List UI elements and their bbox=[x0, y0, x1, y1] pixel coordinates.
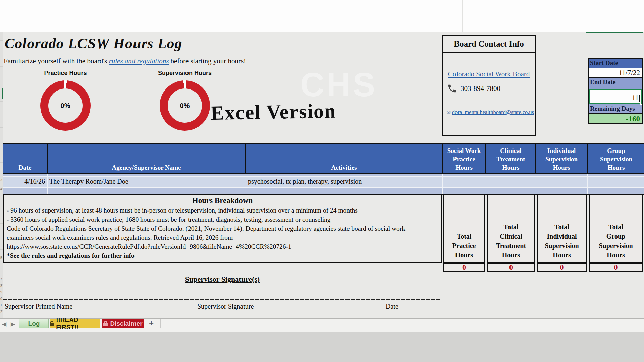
practice-hours-donut-chart: 0% bbox=[40, 80, 91, 131]
tab-log-label: Log bbox=[28, 320, 40, 327]
breakdown-line: - 3360 hours of applied social work prac… bbox=[7, 215, 438, 224]
end-date-cell[interactable]: 11 bbox=[589, 89, 642, 104]
excel-version-label: Excel Version bbox=[210, 100, 336, 125]
window-bottom-area bbox=[0, 332, 644, 362]
cell-agency[interactable]: The Therapy Room/Jane Doe bbox=[48, 177, 246, 187]
total-clinical-hours-value: 0 bbox=[487, 263, 535, 272]
selection-border-top bbox=[586, 32, 643, 33]
hours-breakdown-title: Hours Breakdown bbox=[7, 196, 438, 205]
tab-separator bbox=[160, 319, 161, 328]
fill-handle[interactable] bbox=[640, 103, 642, 105]
rules-regulations-link[interactable]: rules and regulations bbox=[109, 57, 169, 65]
lock-icon bbox=[103, 321, 108, 326]
tab-log[interactable]: Log bbox=[19, 319, 49, 328]
board-phone-number: 303-894-7800 bbox=[461, 84, 500, 93]
table-row[interactable] bbox=[3, 187, 644, 194]
total-individual-supervision-value: 0 bbox=[537, 263, 587, 272]
table-row: 4/16/26 The Therapy Room/Jane Doe psycho… bbox=[3, 177, 644, 187]
signature-label-printed-name: Supervisor Printed Name bbox=[5, 303, 72, 310]
supervisor-signatures-title: Supervisor Signature(s) bbox=[3, 275, 442, 284]
spreadsheet-window: 3 4 5 7 8 9 0 1 2 CHS Colorado LCSW Hour… bbox=[0, 0, 644, 362]
selection-indicator bbox=[2, 88, 3, 99]
tab-disclaimer-label: Disclaimer bbox=[110, 320, 142, 327]
remaining-days-cell: -160 bbox=[589, 113, 642, 123]
text-cursor bbox=[639, 95, 640, 102]
col-header-sw-practice: Social Work Practice Hours bbox=[443, 144, 486, 173]
supervision-hours-percent: 0% bbox=[168, 88, 202, 123]
add-sheet-button[interactable]: + bbox=[147, 319, 156, 328]
social-work-board-link[interactable]: Colorado Social Work Board bbox=[443, 70, 535, 78]
intro-prefix: Familiarize yourself with the board's bbox=[4, 57, 109, 65]
total-group-supervision-label: Total Group Supervision Hours bbox=[589, 194, 643, 263]
end-date-label: End Date bbox=[589, 78, 642, 89]
breakdown-line: Code of Colorado Regulations Secretary o… bbox=[7, 224, 438, 233]
tab-read-first-label: !!READ FIRST!! bbox=[56, 316, 100, 331]
row-number: 7 bbox=[0, 277, 2, 281]
intro-suffix: before starting your hours! bbox=[169, 57, 246, 65]
col-header-individual-supervision: Individual Supervision Hours bbox=[536, 144, 588, 173]
row-number: 1 bbox=[0, 303, 2, 307]
gridline bbox=[462, 0, 463, 32]
board-contact-box: Board Contact Info Colorado Social Work … bbox=[442, 35, 536, 136]
total-individual-supervision-label: Total Individual Supervision Hours bbox=[537, 194, 587, 263]
hours-log-table: Date Agency/Supervisor Name Activities S… bbox=[3, 143, 644, 195]
board-email-link[interactable]: dora_mentalhealthboard@state.co.us bbox=[452, 109, 534, 116]
cell-gs-hours[interactable] bbox=[588, 177, 644, 187]
supervision-hours-donut-chart: 0% bbox=[160, 80, 210, 131]
page-title: Colorado LCSW Hours Log bbox=[5, 35, 182, 52]
table-header-row: Date Agency/Supervisor Name Activities S… bbox=[3, 144, 644, 174]
email-icon: ✉ bbox=[446, 109, 451, 115]
tab-scroll-left-icon[interactable]: ◀ bbox=[2, 321, 6, 327]
col-header-clinical: Clinical Treatment Hours bbox=[486, 144, 536, 173]
tab-read-first[interactable]: !!READ FIRST!! bbox=[50, 319, 100, 328]
tab-disclaimer[interactable]: Disclaimer bbox=[102, 319, 144, 328]
supervision-hours-chart-label: Supervision Hours bbox=[148, 70, 222, 77]
gridline bbox=[246, 0, 246, 32]
tab-scroll-right-icon[interactable]: ▶ bbox=[11, 321, 15, 327]
watermark-text: CHS bbox=[300, 65, 377, 104]
col-header-date: Date bbox=[3, 144, 48, 173]
row-header-strip bbox=[0, 32, 3, 318]
total-practice-hours-label: Total Practice Hours bbox=[443, 194, 485, 263]
row-number: 9 bbox=[0, 290, 2, 294]
lock-icon bbox=[50, 321, 54, 326]
signature-label-date: Date bbox=[386, 303, 398, 310]
row-number: 5 bbox=[0, 256, 2, 260]
start-date-label: Start Date bbox=[589, 59, 642, 68]
col-header-activities: Activities bbox=[246, 144, 443, 173]
practice-hours-percent: 0% bbox=[48, 88, 83, 123]
hours-breakdown-box: Hours Breakdown - 96 hours of supervisio… bbox=[3, 194, 442, 263]
end-date-value: 11 bbox=[632, 94, 639, 102]
signature-label-signature: Supervisor Signature bbox=[197, 303, 254, 310]
intro-text: Familiarize yourself with the board's ru… bbox=[4, 57, 246, 65]
breakdown-note: *See the rules and regulations for furth… bbox=[7, 251, 438, 260]
remaining-days-label: Remaining Days bbox=[589, 104, 642, 113]
signature-line bbox=[3, 299, 441, 300]
total-group-supervision-value: 0 bbox=[589, 263, 643, 272]
row-number: 3 bbox=[0, 178, 2, 182]
total-practice-hours-value: 0 bbox=[443, 263, 485, 272]
cell-is-hours[interactable] bbox=[536, 177, 588, 187]
row-number: 2 bbox=[0, 310, 2, 314]
phone-icon bbox=[447, 83, 457, 94]
breakdown-line: - 96 hours of supervision, at least 48 h… bbox=[7, 206, 438, 215]
board-phone-row: 303-894-7800 bbox=[447, 83, 500, 94]
cell-sw-hours[interactable] bbox=[443, 177, 486, 187]
board-contact-title: Board Contact Info bbox=[443, 36, 535, 53]
table-row[interactable] bbox=[3, 174, 644, 177]
cell-date[interactable]: 4/16/26 bbox=[3, 177, 48, 187]
dates-box: Start Date 11/7/22 End Date 11 Remaining… bbox=[588, 58, 643, 124]
row-number: 0 bbox=[0, 297, 2, 301]
total-clinical-hours-label: Total Clinical Treatment Hours bbox=[487, 194, 535, 263]
row-number: 8 bbox=[0, 284, 2, 288]
cell-ct-hours[interactable] bbox=[486, 177, 536, 187]
col-header-group-supervision: Group Supervision Hours bbox=[588, 144, 644, 173]
col-header-agency: Agency/Supervisor Name bbox=[48, 144, 246, 173]
breakdown-line: https://www.sos.state.co.us/CCR/Generate… bbox=[7, 242, 438, 251]
row-number: 4 bbox=[0, 187, 2, 191]
practice-hours-chart-label: Practice Hours bbox=[29, 70, 102, 77]
breakdown-line: examiners social work examiners rules an… bbox=[7, 233, 438, 242]
cell-activities[interactable]: psychosocial, tx plan, therapy, supervis… bbox=[246, 177, 443, 187]
board-email-row: ✉ dora_mentalhealthboard@state.co.us bbox=[446, 109, 534, 116]
start-date-cell[interactable]: 11/7/22 bbox=[589, 68, 642, 78]
